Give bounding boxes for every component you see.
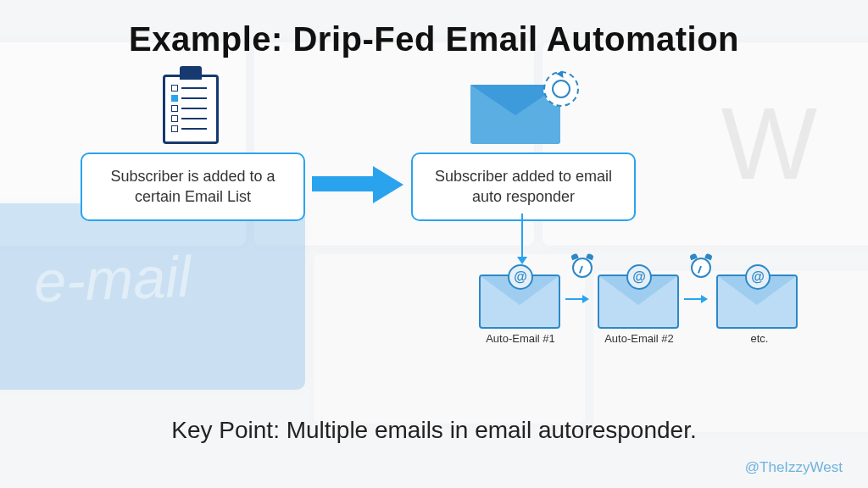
step-box-subscriber-added: Subscriber is added to a certain Email L… <box>81 152 305 221</box>
auto-email-label: Auto-Email #1 <box>474 332 567 345</box>
auto-email-sequence: @ Auto-Email #1 @ Auto-Email #2 @ etc. <box>470 269 835 380</box>
bg-email-text: e-mail <box>33 243 192 314</box>
bg-key-letter: W <box>721 85 817 202</box>
auto-email-label: Auto-Email #2 <box>593 332 686 345</box>
envelope-at-icon: @ <box>598 274 679 329</box>
alarm-clock-icon <box>689 256 713 280</box>
alarm-clock-icon <box>570 256 594 280</box>
envelope-at-icon: @ <box>716 274 798 329</box>
step-box-autoresponder: Subscriber added to email auto responder <box>411 152 636 221</box>
clipboard-icon <box>163 75 219 144</box>
mini-arrow-icon <box>565 298 587 300</box>
mini-arrow-icon <box>684 298 706 300</box>
author-handle: @TheIzzyWest <box>745 459 843 476</box>
connector-down-icon <box>521 214 523 263</box>
auto-email-label: etc. <box>713 332 806 345</box>
slide-title: Example: Drip-Fed Email Automation <box>0 20 868 58</box>
key-point-text: Key Point: Multiple emails in email auto… <box>0 417 868 444</box>
envelope-at-icon: @ <box>479 274 560 329</box>
arrow-right-icon <box>312 171 405 197</box>
envelope-timer-icon <box>470 75 572 147</box>
